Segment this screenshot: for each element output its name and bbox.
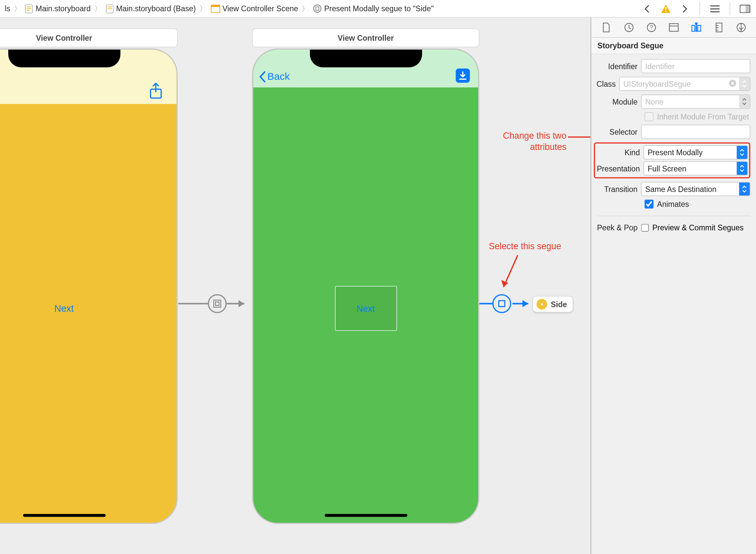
- crumb-text: Main.storyboard: [36, 4, 90, 13]
- animates-checkbox[interactable]: [644, 200, 653, 209]
- annotation-line2: attributes: [503, 142, 567, 153]
- crumb-storyboard-file[interactable]: Main.storyboard: [23, 4, 93, 13]
- svg-rect-22: [499, 301, 505, 307]
- module-combobox[interactable]: None: [641, 95, 750, 109]
- svg-rect-2: [27, 8, 32, 9]
- selector-field[interactable]: [641, 125, 750, 139]
- preview-commit-checkbox[interactable]: [641, 224, 649, 232]
- scene-title-bar[interactable]: View Controller: [252, 29, 479, 47]
- crumb-folder[interactable]: ls: [2, 4, 13, 13]
- inherit-module-label: Inherit Module From Target: [657, 112, 749, 121]
- crumb-text: Main.storyboard (Base): [116, 4, 196, 13]
- svg-rect-3: [27, 10, 30, 10]
- svg-rect-8: [211, 5, 220, 7]
- device-notch: [310, 50, 422, 67]
- present-modally-segue-icon: [492, 294, 511, 313]
- preview-commit-label: Preview & Commit Segues: [652, 223, 743, 232]
- svg-rect-12: [666, 11, 667, 12]
- class-clear-icon[interactable]: [729, 79, 738, 89]
- reference-icon: [537, 299, 547, 310]
- peek-pop-label: Peek & Pop: [592, 223, 638, 232]
- kind-label: Kind: [596, 148, 640, 157]
- nav-forward-icon[interactable]: [680, 3, 690, 14]
- nav-back-icon[interactable]: [642, 3, 652, 14]
- scene-title: View Controller: [338, 34, 394, 42]
- presentation-select[interactable]: Full Screen: [643, 161, 748, 175]
- chevron-right-icon: 〉: [198, 3, 208, 14]
- scene-view-controller-1[interactable]: View Controller Next: [0, 29, 178, 524]
- chevron-right-icon: 〉: [93, 3, 103, 14]
- segue-node-1[interactable]: [208, 294, 227, 313]
- inherit-module-checkbox-row: Inherit Module From Target: [592, 112, 750, 121]
- home-indicator: [324, 514, 407, 517]
- module-value: None: [642, 97, 739, 106]
- home-indicator: [23, 514, 106, 517]
- storyboard-file-icon: [25, 4, 34, 13]
- share-icon[interactable]: [149, 83, 163, 99]
- svg-text:?: ?: [649, 24, 653, 31]
- container-view[interactable]: Next: [335, 286, 396, 331]
- select-arrows-icon: [737, 146, 747, 159]
- class-combobox[interactable]: [619, 77, 750, 91]
- annotation-highlight-box: Kind Present Modally Presentation Full S…: [594, 142, 750, 178]
- segue-node-selected[interactable]: [492, 294, 511, 313]
- file-inspector-tab-icon[interactable]: [600, 21, 612, 34]
- back-button[interactable]: Back: [259, 71, 290, 83]
- kind-value: Present Modally: [644, 148, 737, 157]
- transition-value: Same As Destination: [642, 185, 739, 193]
- svg-rect-6: [107, 8, 112, 9]
- animates-checkbox-row: Animates: [592, 200, 750, 209]
- next-button[interactable]: Next: [54, 303, 74, 314]
- svg-point-9: [314, 5, 321, 12]
- identifier-label: Identifier: [592, 62, 638, 71]
- select-arrows-icon: [739, 183, 750, 196]
- scene-icon: [211, 4, 220, 13]
- storyboard-reference-side[interactable]: Side: [532, 296, 573, 313]
- crumb-text: View Controller Scene: [222, 4, 298, 13]
- svg-rect-1: [27, 6, 32, 7]
- storyboard-canvas[interactable]: View Controller Next View Controller Bac…: [0, 18, 591, 554]
- kind-select[interactable]: Present Modally: [643, 145, 748, 160]
- separator: [699, 2, 700, 15]
- warning-icon[interactable]: [660, 3, 671, 14]
- size-inspector-tab-icon[interactable]: [713, 21, 725, 34]
- transition-label: Transition: [592, 185, 638, 193]
- inherit-module-checkbox[interactable]: [644, 112, 653, 121]
- animates-label: Animates: [657, 200, 689, 209]
- inspector-panel: ? Storyboard Segue Identifier Class M: [591, 18, 756, 554]
- transition-select[interactable]: Same As Destination: [641, 182, 750, 196]
- annotation-line1: Change this two: [503, 130, 567, 141]
- attributes-inspector-tab-icon[interactable]: [691, 21, 702, 34]
- inspector-tabs: ?: [592, 18, 756, 38]
- chevron-right-icon: 〉: [13, 3, 22, 14]
- crumb-storyboard-base[interactable]: Main.storyboard (Base): [103, 4, 198, 13]
- identifier-field[interactable]: [641, 59, 750, 73]
- outline-toggle-icon[interactable]: [710, 3, 720, 14]
- crumb-scene[interactable]: View Controller Scene: [208, 4, 301, 13]
- editor-top-bar: ls 〉 Main.storyboard 〉 Main.storyboard (…: [0, 0, 756, 18]
- crumb-segue[interactable]: Present Modally segue to "Side": [311, 4, 436, 13]
- connections-inspector-tab-icon[interactable]: [736, 21, 747, 34]
- history-inspector-tab-icon[interactable]: [623, 21, 635, 34]
- svg-point-24: [541, 303, 543, 305]
- annotation-select-segue: Selecte this segue: [489, 241, 561, 252]
- class-field[interactable]: [620, 77, 726, 90]
- device-frame-2: Back Next: [252, 48, 479, 524]
- help-inspector-tab-icon[interactable]: ?: [645, 21, 657, 34]
- storyboard-base-icon: [106, 4, 114, 13]
- identity-inspector-tab-icon[interactable]: [668, 21, 680, 34]
- select-arrows-icon: [737, 162, 747, 175]
- class-label: Class: [592, 79, 616, 88]
- device-notch: [8, 50, 120, 67]
- download-button[interactable]: [456, 68, 470, 83]
- breadcrumb: ls 〉 Main.storyboard 〉 Main.storyboard (…: [0, 0, 636, 17]
- inspector-divider: [597, 216, 750, 216]
- scene-view-controller-2[interactable]: View Controller Back Next: [252, 29, 479, 524]
- svg-rect-18: [214, 300, 220, 307]
- scene-title: View Controller: [36, 34, 92, 42]
- scene-title-bar[interactable]: View Controller: [0, 29, 178, 47]
- assistant-toggle-icon[interactable]: [740, 3, 750, 14]
- module-label: Module: [592, 97, 638, 106]
- annotation-change-attrs: Change this two attributes: [503, 130, 567, 153]
- annotation-arrow-attrs: [568, 133, 591, 140]
